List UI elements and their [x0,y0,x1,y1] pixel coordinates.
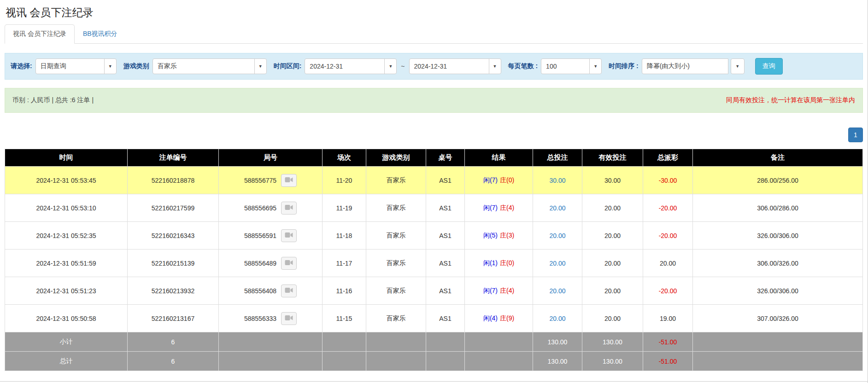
result-banker: 庄(4) [500,204,514,211]
caret-down-icon: ▼ [593,64,598,69]
total-bet-link[interactable]: 20.00 [549,287,565,295]
table-header-row: 时间 注单编号 局号 场次 游戏类别 桌号 结果 总投注 有效投注 总派彩 备注 [5,149,863,167]
betting-records-table: 时间 注单编号 局号 场次 游戏类别 桌号 结果 总投注 有效投注 总派彩 备注… [5,149,863,371]
video-replay-button[interactable] [281,284,297,297]
tab-bb-points-label: BB视讯积分 [83,30,117,37]
total-bet-link[interactable]: 30.00 [549,177,565,184]
total-bet-link[interactable]: 20.00 [549,260,565,267]
sort-order-group: 时间排序 : ▼ [609,58,745,74]
caret-down-icon: ▼ [735,64,739,69]
video-replay-button[interactable] [281,312,297,325]
time-range-group: 时间区间: ▼ ~ ▼ [274,58,501,74]
currency-summary-text: 币别 : 人民币 | 总共 :6 注单 | [12,96,94,104]
cell-session: 11-15 [323,305,366,332]
video-replay-button[interactable] [281,174,297,187]
query-type-select[interactable] [35,58,105,74]
cell-round-id: 588556333 [219,305,323,332]
cell-payout: -20.00 [643,194,693,222]
total-bet-link[interactable]: 20.00 [549,204,565,212]
game-type-label: 游戏类别 [123,62,149,70]
result-player: 闲(7) [483,287,498,294]
cell-time: 2024-12-31 05:51:59 [5,250,128,277]
date-from-input[interactable] [305,58,385,74]
video-replay-button[interactable] [281,202,297,215]
main-content: 视讯 会员下注纪录 视讯 会员下注纪录 BB视讯积分 请选择: ▼ 游戏类别 ▼… [0,0,868,371]
cell-note: 306.00/286.00 [693,194,863,222]
caret-down-icon: ▼ [108,64,112,69]
cell-total-bet: 20.00 [533,305,582,332]
video-camera-icon [285,315,293,322]
cell-session: 11-18 [323,222,366,250]
video-replay-button[interactable] [281,229,297,242]
video-camera-icon [285,232,293,239]
pagination: 1 [5,128,863,142]
table-row: 2024-12-31 05:50:58 522160213167 5885563… [5,305,863,332]
page-size-input[interactable] [541,58,590,74]
result-player: 闲(7) [483,204,498,211]
cell-total-bet: 20.00 [533,194,582,222]
video-camera-icon [285,204,293,212]
date-to-dropdown-button[interactable]: ▼ [489,58,501,74]
result-player: 闲(7) [483,176,498,184]
table-row: 2024-12-31 05:53:45 522160218878 5885567… [5,167,863,194]
betting-table-body: 2024-12-31 05:53:45 522160218878 5885567… [5,167,863,332]
sort-order-select[interactable] [642,58,728,74]
cell-round-id: 588556775 [219,167,323,194]
game-type-dropdown-button[interactable]: ▼ [254,58,267,74]
cell-result: 闲(1)庄(0) [465,250,533,277]
column-header-session: 场次 [323,149,366,167]
cell-game-type: 百家乐 [366,305,426,332]
query-type-dropdown-button[interactable]: ▼ [104,58,117,74]
cell-payout: 20.00 [643,250,693,277]
page-size-dropdown-button[interactable]: ▼ [589,58,602,74]
game-type-select[interactable] [152,58,255,74]
cell-time: 2024-12-31 05:50:58 [5,305,128,332]
cell-bet-id: 522160213167 [128,305,219,332]
date-from-dropdown-button[interactable]: ▼ [384,58,397,74]
round-id-value: 588556408 [244,287,276,295]
result-banker: 庄(0) [500,259,514,267]
cell-bet-id: 522160218878 [128,167,219,194]
cell-table-no: AS1 [426,194,465,222]
info-bar: 币别 : 人民币 | 总共 :6 注单 | 同局有效投注，统一计算在该局第一张注… [5,88,863,113]
page-size-group: 每页笔数 : ▼ [508,58,602,74]
tab-bb-points[interactable]: BB视讯积分 [75,24,126,44]
page-button-1[interactable]: 1 [848,128,863,142]
round-id-value: 588556775 [244,177,276,184]
cell-time: 2024-12-31 05:51:23 [5,277,128,305]
cell-note: 286.00/256.00 [693,167,863,194]
total-valid-bet: 130.00 [582,352,643,371]
time-range-label: 时间区间: [274,62,302,70]
result-player: 闲(5) [483,232,498,239]
cell-game-type: 百家乐 [366,277,426,305]
cell-session: 11-19 [323,194,366,222]
column-header-total-bet: 总投注 [533,149,582,167]
cell-note: 326.00/306.00 [693,277,863,305]
tab-betting-records[interactable]: 视讯 会员下注纪录 [5,24,75,44]
subtotal-total-bet: 130.00 [533,332,582,352]
cell-table-no: AS1 [426,222,465,250]
tab-betting-records-label: 视讯 会员下注纪录 [13,30,66,37]
cell-bet-id: 522160217599 [128,194,219,222]
query-type-group: 请选择: ▼ [11,58,117,74]
cell-round-id: 588556408 [219,277,323,305]
total-bet-link[interactable]: 20.00 [549,315,565,322]
cell-bet-id: 522160215139 [128,250,219,277]
payout-value: -20.00 [659,204,677,212]
total-label: 总计 [5,352,128,371]
cell-game-type: 百家乐 [366,167,426,194]
total-bet-link[interactable]: 20.00 [549,232,565,239]
round-id-value: 588556695 [244,204,276,212]
round-id-value: 588556591 [244,232,276,239]
date-to-input[interactable] [409,58,489,74]
sort-order-dropdown-button[interactable]: ▼ [731,58,745,74]
cell-note: 326.00/306.00 [693,222,863,250]
video-replay-button[interactable] [281,257,297,270]
payout-value: -20.00 [659,287,677,295]
search-button[interactable]: 查询 [755,58,783,75]
cell-note: 307.00/326.00 [693,305,863,332]
cell-payout: -20.00 [643,277,693,305]
cell-round-id: 588556591 [219,222,323,250]
table-row: 2024-12-31 05:52:35 522160216343 5885565… [5,222,863,250]
column-header-game-type: 游戏类别 [366,149,426,167]
